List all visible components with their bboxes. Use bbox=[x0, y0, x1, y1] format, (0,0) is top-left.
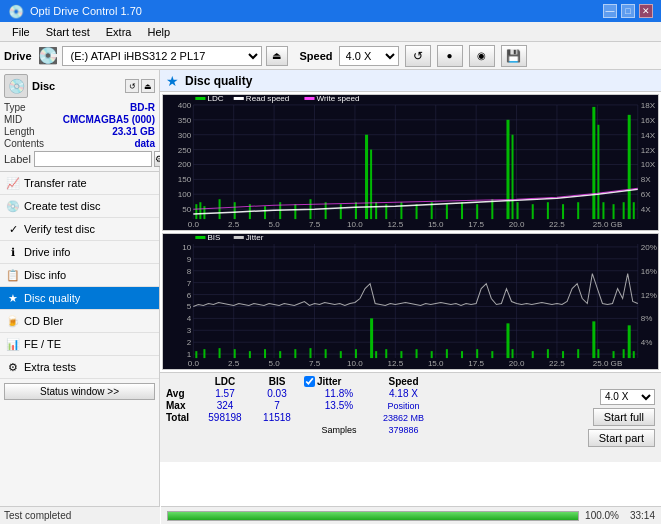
start-part-button[interactable]: Start part bbox=[588, 429, 655, 447]
max-jitter: 13.5% bbox=[304, 400, 374, 411]
svg-text:6: 6 bbox=[187, 291, 192, 300]
max-bis: 7 bbox=[252, 400, 302, 411]
scan-button[interactable]: ● bbox=[437, 45, 463, 67]
svg-rect-134 bbox=[461, 351, 463, 358]
svg-rect-148 bbox=[633, 351, 635, 358]
svg-rect-38 bbox=[400, 202, 402, 219]
svg-rect-27 bbox=[264, 206, 266, 219]
svg-rect-125 bbox=[340, 351, 342, 358]
svg-text:16%: 16% bbox=[641, 267, 657, 276]
disc-quality-header: ★ Disc quality bbox=[160, 70, 661, 92]
svg-text:12%: 12% bbox=[641, 291, 657, 300]
svg-rect-131 bbox=[416, 349, 418, 358]
samples-label: Samples bbox=[304, 425, 374, 435]
menu-file[interactable]: File bbox=[4, 24, 38, 40]
label-input[interactable] bbox=[34, 151, 152, 167]
scan2-button[interactable]: ◉ bbox=[469, 45, 495, 67]
max-label: Max bbox=[166, 400, 198, 411]
svg-rect-41 bbox=[446, 204, 448, 219]
sidebar-label-extra-tests: Extra tests bbox=[24, 361, 76, 373]
svg-text:14X: 14X bbox=[641, 131, 656, 140]
minimize-button[interactable]: — bbox=[603, 4, 617, 18]
avg-label: Avg bbox=[166, 388, 198, 399]
disc-refresh-btn[interactable]: ↺ bbox=[125, 79, 139, 93]
drive-select[interactable]: (E:) ATAPI iHBS312 2 PL17 bbox=[62, 46, 262, 66]
svg-text:250: 250 bbox=[178, 146, 192, 155]
sidebar-label-verify-test-disc: Verify test disc bbox=[24, 223, 95, 235]
svg-rect-115 bbox=[195, 351, 197, 358]
title-bar: 💿 Opti Drive Control 1.70 — □ ✕ bbox=[0, 0, 661, 22]
svg-rect-47 bbox=[517, 202, 519, 219]
svg-rect-117 bbox=[219, 348, 221, 358]
save-button[interactable]: 💾 bbox=[501, 45, 527, 67]
sidebar-label-create-test-disc: Create test disc bbox=[24, 200, 100, 212]
svg-rect-46 bbox=[512, 135, 514, 219]
quality-speed-select[interactable]: 4.0 X 1.0 X 2.0 X 6.0 X 8.0 X bbox=[600, 389, 655, 405]
menu-extra[interactable]: Extra bbox=[98, 24, 140, 40]
bis-chart-svg: 10 9 8 7 6 5 4 3 2 1 20% 16% bbox=[163, 234, 658, 369]
svg-text:200: 200 bbox=[178, 161, 192, 170]
contents-value: data bbox=[134, 138, 155, 149]
svg-rect-31 bbox=[325, 202, 327, 219]
svg-rect-88 bbox=[234, 97, 244, 100]
disc-info-icon: 📋 bbox=[6, 268, 20, 282]
sidebar-label-drive-info: Drive info bbox=[24, 246, 70, 258]
charts-area: 400 350 300 250 200 150 100 50 18X 16X 1… bbox=[160, 92, 661, 372]
eject-button[interactable]: ⏏ bbox=[266, 46, 288, 66]
svg-text:100: 100 bbox=[178, 190, 192, 199]
svg-rect-24 bbox=[219, 199, 221, 219]
sidebar-item-verify-test-disc[interactable]: ✓ Verify test disc bbox=[0, 218, 159, 241]
svg-rect-142 bbox=[577, 349, 579, 358]
progress-time: 33:14 bbox=[625, 510, 655, 521]
sidebar-item-create-test-disc[interactable]: 💿 Create test disc bbox=[0, 195, 159, 218]
svg-text:7.5: 7.5 bbox=[309, 359, 321, 368]
svg-rect-39 bbox=[416, 204, 418, 219]
type-label: Type bbox=[4, 102, 26, 113]
svg-rect-86 bbox=[195, 97, 205, 100]
start-full-button[interactable]: Start full bbox=[593, 408, 655, 426]
close-button[interactable]: ✕ bbox=[639, 4, 653, 18]
sidebar-item-cd-bier[interactable]: 🍺 CD BIer bbox=[0, 310, 159, 333]
sidebar-item-disc-info[interactable]: 📋 Disc info bbox=[0, 264, 159, 287]
sidebar-item-fe-te[interactable]: 📊 FE / TE bbox=[0, 333, 159, 356]
svg-rect-143 bbox=[592, 321, 595, 358]
mid-value: CMCMAGBA5 (000) bbox=[63, 114, 155, 125]
sidebar-item-transfer-rate[interactable]: 📈 Transfer rate bbox=[0, 172, 159, 195]
disc-quality-header-icon: ★ bbox=[166, 73, 179, 89]
menu-help[interactable]: Help bbox=[139, 24, 178, 40]
sidebar-item-drive-info[interactable]: ℹ Drive info bbox=[0, 241, 159, 264]
avg-jitter: 11.8% bbox=[304, 388, 374, 399]
status-window-button[interactable]: Status window >> bbox=[4, 383, 155, 400]
svg-text:25.0 GB: 25.0 GB bbox=[593, 220, 623, 229]
svg-rect-145 bbox=[613, 351, 615, 358]
svg-text:4: 4 bbox=[187, 314, 192, 323]
svg-text:2: 2 bbox=[187, 338, 192, 347]
svg-rect-58 bbox=[633, 202, 635, 219]
svg-text:1: 1 bbox=[187, 350, 192, 359]
sidebar-item-extra-tests[interactable]: ⚙ Extra tests bbox=[0, 356, 159, 379]
svg-rect-135 bbox=[476, 349, 478, 358]
disc-eject-btn[interactable]: ⏏ bbox=[141, 79, 155, 93]
sidebar-item-disc-quality[interactable]: ★ Disc quality bbox=[0, 287, 159, 310]
refresh-button[interactable]: ↺ bbox=[405, 45, 431, 67]
svg-text:Read speed: Read speed bbox=[246, 95, 290, 103]
svg-text:8: 8 bbox=[187, 267, 192, 276]
jitter-checkbox[interactable] bbox=[304, 376, 315, 387]
menu-start-test[interactable]: Start test bbox=[38, 24, 98, 40]
total-ldc: 598198 bbox=[200, 412, 250, 423]
svg-text:Write speed: Write speed bbox=[317, 95, 360, 103]
svg-text:20.0: 20.0 bbox=[509, 359, 525, 368]
position-label: Position bbox=[376, 401, 431, 411]
svg-rect-53 bbox=[597, 125, 599, 219]
svg-text:2.5: 2.5 bbox=[228, 220, 240, 229]
maximize-button[interactable]: □ bbox=[621, 4, 635, 18]
sidebar-label-transfer-rate: Transfer rate bbox=[24, 177, 87, 189]
svg-rect-43 bbox=[476, 204, 478, 219]
svg-text:150: 150 bbox=[178, 175, 192, 184]
svg-text:17.5: 17.5 bbox=[468, 220, 484, 229]
total-label: Total bbox=[166, 412, 198, 423]
svg-text:10.0: 10.0 bbox=[347, 220, 363, 229]
svg-text:12.5: 12.5 bbox=[387, 220, 403, 229]
speed-select[interactable]: 4.0 X 8.0 X Max bbox=[339, 46, 399, 66]
main-area: 💿 Disc ↺ ⏏ Type BD-R MID CMCMAGBA5 (000)… bbox=[0, 70, 661, 524]
